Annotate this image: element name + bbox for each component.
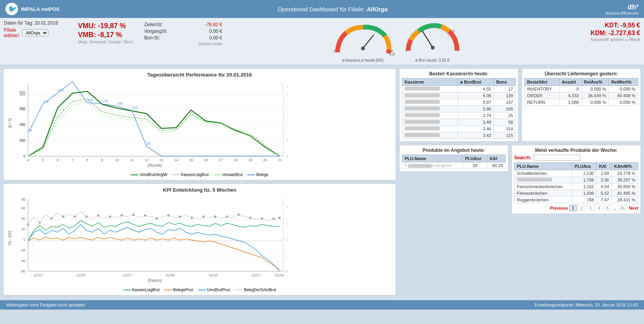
vorgangst-value: 0,00 € (209, 28, 222, 34)
lief-col-anzahl: Anzahl (559, 78, 581, 86)
pagination-page-5[interactable]: 5 (604, 205, 611, 211)
pagination-page-4[interactable]: 4 (595, 205, 602, 211)
svg-text:214: 214 (58, 88, 64, 92)
zeilen-section: ZeilenSt: -78,82 € VorgangSt: 0,00 € Bon… (144, 20, 222, 62)
gauge2-wrap: 2 2.5 3 3.5 4 4.5 5 ø Bon heute: 3,52 € (402, 20, 463, 62)
right-top-row: Beste/r Kassierer/in heute: Kassierer ø … (399, 68, 641, 142)
vorgangst-label: VorgangSt: (144, 28, 167, 34)
svg-point-110 (85, 215, 88, 218)
svg-point-105 (27, 223, 29, 226)
pagination-ellipsis: ... (613, 206, 616, 210)
bonst-row: Bon-St: 0,00 € (144, 35, 222, 41)
pagination: Previous 1 2 3 4 5 ... 41 Next (514, 205, 638, 211)
svg-text:19: 19 (248, 158, 252, 162)
page-title: Operational Dashboard für Filiale: AllOr… (278, 6, 388, 12)
gauge1-label: ø KassenLst heute [€/h] (342, 58, 384, 62)
vergl-label: Vergl. Vormonat: Umsatz / Bons (78, 40, 140, 44)
svg-text:01/17: 01/17 (252, 273, 261, 277)
date-filiale-section: Daten für Tag: 20.01.2016 Filiale wählen… (4, 20, 74, 62)
kdt-kdm-section: KDT: -9,55 € KDM: -2.727,63 € Kassendiff… (570, 20, 640, 62)
svg-text:[% - €/h]: [% - €/h] (8, 231, 12, 245)
legend-kassenlstgbrut2: KassenLstgBrut (123, 288, 160, 292)
svg-text:800: 800 (19, 90, 25, 94)
svg-point-120 (202, 215, 205, 218)
ang-col-name: PLU-Name (402, 155, 463, 162)
chart1-box: Tagesübersicht Performance für 20.01.201… (3, 68, 396, 180)
gauge-section: 20 30 40 50 60 70 80 90 100 (226, 20, 566, 62)
svg-point-106 (39, 221, 41, 224)
liefermengen-title: Übersicht Liefermengen gestern: (524, 71, 638, 77)
svg-text:329: 329 (73, 80, 78, 81)
kassierer-name (402, 99, 458, 106)
svg-text:01/24: 01/24 (275, 273, 284, 277)
gauge1-svg: 20 30 40 50 60 70 80 90 100 (330, 20, 396, 57)
svg-text:12/13: 12/13 (34, 273, 42, 277)
svg-text:200: 200 (287, 93, 287, 96)
svg-text:20: 20 (21, 227, 25, 231)
svg-text:15: 15 (189, 158, 193, 162)
kassierer-bon: 4.08 (458, 93, 494, 99)
vmb-value: VMB: -8,17 % (78, 31, 140, 39)
table-row: 3.7425 (402, 112, 516, 119)
svg-text:12/20: 12/20 (76, 273, 85, 277)
search-section: Search: (514, 155, 638, 161)
svg-point-111 (97, 214, 99, 217)
lief-col-retwert: RetWert% (609, 78, 638, 86)
table-row: 4.08139 (402, 93, 516, 99)
pagination-page-1[interactable]: 1 (570, 205, 577, 211)
kassierer-col-bons: Bons (494, 78, 515, 86)
table-row: 4.5517 (402, 86, 516, 93)
vorgangst-row: VorgangSt: 0,00 € (144, 28, 222, 34)
vmu-vmb-section: VMU: -19,87 % VMB: -8,17 % Vergl. Vormon… (78, 20, 140, 62)
kassierer-bon: 3.46 (458, 126, 494, 132)
svg-text:10: 10 (115, 158, 119, 162)
meist-table: PLU-Name PLUAnz KAI KAIvW% Schnittbrötch… (514, 162, 638, 203)
liefermengen-table: BestellArt Anzahl RetAnz% RetWert% INVEN… (524, 78, 638, 106)
kassierer-name (402, 112, 458, 119)
pagination-page-2[interactable]: 2 (578, 205, 585, 211)
filiale-select[interactable]: AllOrga (22, 29, 48, 36)
svg-line-19 (423, 31, 433, 48)
svg-point-127 (278, 217, 281, 219)
kassierer-bon: 3.86 (458, 106, 494, 112)
pagination-previous[interactable]: Previous (550, 206, 568, 210)
svg-point-117 (167, 214, 170, 217)
search-input[interactable] (534, 155, 580, 161)
kassierer-name (402, 132, 458, 139)
svg-text:13: 13 (159, 158, 163, 162)
kassierer-col-name: Kassierer (402, 78, 458, 86)
svg-text:4: 4 (27, 158, 29, 162)
table-row: 3.86106 (402, 106, 516, 112)
zeilenst-row: ZeilenSt: -78,82 € (144, 22, 222, 27)
svg-text:8: 8 (86, 158, 88, 162)
kassierer-name (402, 86, 458, 93)
table-row: 1,7093.3639.297 % (515, 177, 638, 183)
top-bar: Daten für Tag: 20.01.2016 Filiale wählen… (0, 18, 644, 65)
kassierer-bons: 25 (494, 112, 515, 119)
svg-text:0: 0 (23, 238, 25, 242)
right-bottom-row: Produkte im Angebot heute: PLU-Name PLUA… (399, 145, 641, 214)
table-row: Fitnessbrötchen1,0395.5241.495 % (515, 190, 638, 197)
svg-text:-20: -20 (20, 248, 25, 252)
table-row: 3.4958 (402, 119, 516, 126)
svg-text:12: 12 (145, 158, 149, 162)
pagination-next[interactable]: Next (629, 206, 638, 210)
svg-text:0: 0 (287, 154, 287, 158)
filiale-row: Filiale wählen: AllOrga (4, 27, 74, 38)
svg-text:40: 40 (21, 217, 25, 221)
chart1-svg: 0 100 200 300 400 [€ / h] 0 50 100 150 (7, 80, 287, 170)
svg-text:2: 2 (287, 237, 287, 241)
kassierer-title: Beste/r Kassierer/in heute: (402, 71, 516, 77)
svg-text:176: 176 (43, 100, 49, 103)
pagination-page-3[interactable]: 3 (587, 205, 594, 211)
meist-col-kai: KAI (596, 163, 612, 170)
kdm-value: KDM: -2.727,63 € (591, 30, 640, 37)
kassierer-bons: 154 (494, 126, 515, 132)
svg-text:100: 100 (287, 123, 287, 127)
lief-col-retanz: RetAnz% (581, 78, 609, 86)
svg-text:400: 400 (19, 122, 25, 126)
pagination-page-41[interactable]: 41 (618, 205, 627, 211)
svg-text:[€ / h]: [€ / h] (8, 118, 12, 128)
svg-text:12/27: 12/27 (123, 273, 132, 277)
storno-label: Stornos heute (144, 42, 222, 46)
